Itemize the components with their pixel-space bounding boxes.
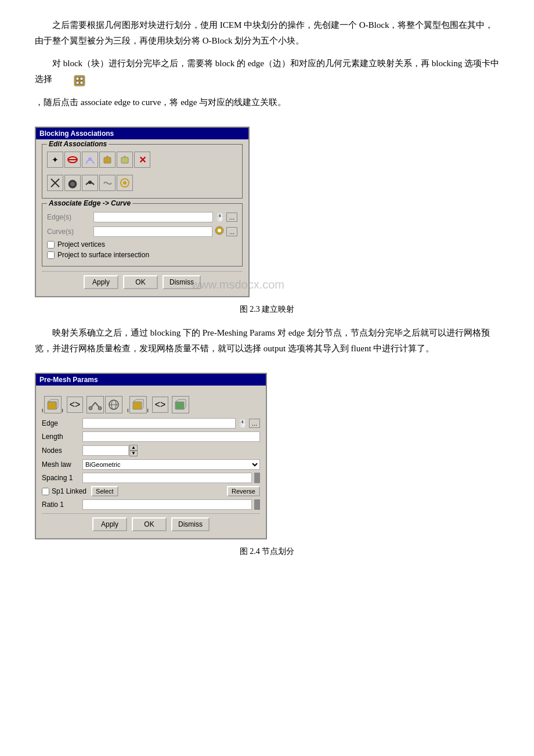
sp1-linked-checkbox[interactable] (42, 488, 49, 495)
blocking-icon (56, 72, 86, 88)
toolbar-icon-arrow[interactable]: <> (67, 397, 83, 413)
svg-rect-1 (76, 77, 79, 80)
spacing1-tick (254, 473, 260, 483)
curve-input[interactable] (93, 226, 212, 237)
sp1-reverse-btn[interactable]: Reverse (227, 486, 260, 496)
nodes-input[interactable]: 0 (82, 445, 129, 456)
paragraph-2: 对 block（块）进行划分完毕之后，需要将 block 的 edge（边）和对… (35, 56, 499, 88)
dialog2-meshlaw-row: Mesh law BiGeometric (42, 459, 260, 470)
dialog2-apply-btn[interactable]: Apply (92, 517, 127, 531)
dialog2-nodes-label: Nodes (42, 447, 82, 455)
sp1-select-btn[interactable]: Select (91, 486, 118, 496)
svg-point-24 (89, 406, 92, 410)
dialog2-meshlaw-label: Mesh law (42, 460, 82, 469)
assoc-icon-4[interactable] (99, 152, 116, 168)
ratio1-input[interactable] (82, 499, 252, 510)
toolbar-icon-arrow2[interactable]: <> (152, 397, 168, 413)
toolbar-icon-3[interactable] (129, 396, 147, 413)
project-vertices-checkbox[interactable] (47, 241, 55, 249)
svg-rect-29 (133, 402, 142, 409)
dialog2-body: I I <> (36, 386, 266, 538)
assoc-icon-2[interactable] (64, 152, 81, 168)
dialog2-title: Pre-Mesh Params (39, 376, 98, 384)
dialog2-edge-row: Edge 🖱️ ... (42, 418, 260, 429)
spin-down[interactable]: ▼ (129, 451, 138, 456)
i-label-left: I (42, 408, 44, 413)
i-label-right: I (62, 408, 64, 413)
edge-input[interactable] (93, 212, 213, 222)
icons-row-2 (47, 175, 237, 193)
dialog1-titlebar: Blocking Associations (36, 128, 248, 139)
assoc-icon-8[interactable] (82, 175, 98, 191)
spin-up[interactable]: ▲ (129, 445, 138, 451)
toolbar-icon-4-group: <> (152, 397, 168, 413)
dialog1-ok-btn[interactable]: OK (123, 275, 158, 289)
svg-rect-19 (48, 402, 56, 409)
toolbar-icon-5-group (172, 396, 189, 413)
svg-point-14 (88, 181, 92, 184)
assoc-icon-6[interactable] (47, 175, 63, 191)
project-surface-row: Project to surface intersection (47, 251, 237, 259)
sp1-linked-row: Sp1 Linked Select Reverse (42, 486, 260, 496)
paragraph-2b: ，随后点击 associate edge to curve，将 edge 与对应… (35, 95, 499, 110)
dialog1-title: Blocking Associations (39, 129, 114, 138)
dialog2-box: Pre-Mesh Params I I <> (35, 373, 267, 539)
assoc-icon-5[interactable] (117, 152, 133, 168)
icons-row-1: ✦ ✕ (47, 152, 237, 170)
project-surface-checkbox[interactable] (47, 251, 55, 259)
curve-dots-btn[interactable]: ... (226, 227, 237, 236)
svg-point-25 (98, 406, 102, 410)
assoc-icon-x[interactable]: ✕ (134, 152, 150, 168)
curve-pick-icon[interactable] (214, 225, 225, 237)
toolbar-icon-1[interactable] (44, 396, 62, 413)
dialog2-dismiss-btn[interactable]: Dismiss (171, 517, 210, 531)
toolbar-icon-3-group: I I (127, 396, 149, 413)
assoc-icon-10[interactable] (117, 175, 133, 191)
dialog2-ok-btn[interactable]: OK (132, 517, 167, 531)
toolbar-icon-5[interactable] (172, 396, 189, 413)
project-surface-label: Project to surface intersection (57, 251, 149, 259)
dialog1-dismiss-btn[interactable]: Dismiss (163, 275, 201, 289)
meshlaw-select[interactable]: BiGeometric (82, 459, 260, 470)
toolbar-icon-2[interactable] (86, 396, 104, 413)
svg-point-13 (70, 182, 75, 186)
toolbar-icon-1-group: I I (42, 396, 63, 413)
dialog2-edge-pick-icon[interactable]: 🖱️ (237, 419, 247, 428)
project-vertices-label: Project vertices (57, 240, 105, 249)
toolbar-icon-globe[interactable] (105, 396, 122, 413)
assoc-icon-9[interactable] (99, 175, 116, 191)
sp1-linked-label: Sp1 Linked (52, 487, 86, 495)
associate-edge-label: Associate Edge -> Curve (47, 199, 132, 207)
edge-pick-icon[interactable]: 🖱️ (215, 213, 225, 222)
assoc-icon-3[interactable] (82, 152, 98, 168)
svg-rect-4 (80, 81, 83, 84)
premesh-params-dialog: Pre-Mesh Params I I <> (35, 373, 267, 539)
assoc-icon-7[interactable] (64, 175, 81, 191)
paragraph-1: 之后需要根据几何图形对块进行划分，使用 ICEM 中块划分的操作，先创建一个 O… (35, 17, 499, 49)
dialog2-titlebar: Pre-Mesh Params (36, 374, 266, 386)
svg-point-18 (218, 229, 221, 232)
spacing1-input[interactable] (82, 473, 252, 483)
dialog2-length-input[interactable] (82, 431, 260, 442)
dialog2-edge-dots-btn[interactable]: ... (249, 419, 260, 428)
paragraph-2-text: 对 block（块）进行划分完毕之后，需要将 block 的 edge（边）和对… (35, 59, 499, 84)
dialog2-nodes-row: Nodes 0 ▲ ▼ (42, 445, 260, 456)
blocking-associations-dialog: Blocking Associations Edit Associations … (35, 127, 250, 297)
svg-point-7 (88, 157, 92, 161)
dialog2-edge-input[interactable] (82, 418, 236, 429)
associate-edge-group: Associate Edge -> Curve Edge(s) 🖱️ ... C… (42, 203, 243, 267)
dialog1-apply-btn[interactable]: Apply (84, 275, 118, 289)
dialog2-ratio1-row: Ratio 1 (42, 499, 260, 510)
dialog2-buttons: Apply OK Dismiss (42, 513, 260, 534)
project-vertices-row: Project vertices (47, 240, 237, 249)
dialog2-length-row: Length (42, 431, 260, 442)
edge-dots-btn[interactable]: ... (226, 213, 237, 222)
dialog2-edge-label: Edge (42, 419, 82, 427)
fig24-caption: 图 2.4 节点划分 (35, 546, 499, 557)
dialog2-spacing1-row: Spacing 1 (42, 473, 260, 483)
svg-rect-30 (175, 402, 184, 409)
ratio1-tick (254, 499, 260, 510)
svg-rect-2 (80, 77, 83, 80)
assoc-icon-1[interactable]: ✦ (47, 152, 63, 168)
dialog2-ratio1-label: Ratio 1 (42, 501, 82, 509)
